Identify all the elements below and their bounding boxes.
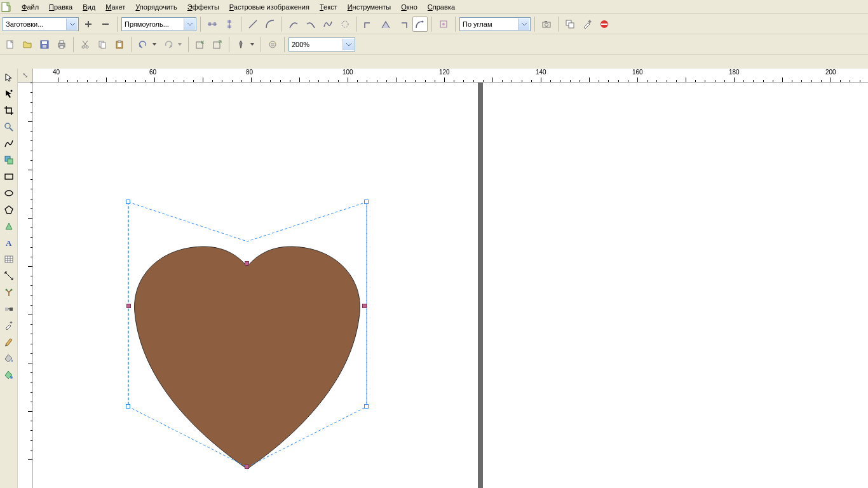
add-preset-button[interactable] bbox=[81, 17, 96, 32]
open-button[interactable] bbox=[20, 37, 35, 52]
svg-point-40 bbox=[5, 191, 13, 196]
interactive-fill-tool[interactable] bbox=[1, 367, 17, 383]
freehand-tool[interactable] bbox=[1, 136, 17, 151]
ellipse-tool[interactable] bbox=[1, 186, 17, 201]
selection-handle[interactable] bbox=[364, 200, 369, 204]
ellipse-segment-icon[interactable] bbox=[337, 17, 353, 32]
svg-rect-21 bbox=[60, 41, 64, 43]
svg-rect-39 bbox=[5, 174, 13, 179]
svg-rect-38 bbox=[8, 159, 13, 164]
corner-both-icon[interactable] bbox=[378, 17, 393, 32]
align-node-v-button[interactable] bbox=[222, 17, 237, 32]
new-doc-button[interactable] bbox=[3, 37, 18, 52]
selection-handle[interactable] bbox=[364, 404, 369, 409]
line-tool-icon[interactable] bbox=[245, 17, 261, 32]
paste-button[interactable] bbox=[112, 37, 127, 52]
copy-props-icon[interactable] bbox=[562, 17, 578, 32]
horizontal-ruler[interactable]: 406080100120140160180200220240260280 bbox=[33, 69, 868, 83]
vertical-ruler[interactable]: 100120140160180200220240 bbox=[18, 83, 33, 488]
dimension-tool[interactable] bbox=[1, 268, 17, 283]
undo-button[interactable] bbox=[135, 37, 151, 52]
svg-point-6 bbox=[422, 20, 424, 22]
save-button[interactable] bbox=[37, 37, 52, 52]
presets-combo[interactable]: Заготовки... bbox=[3, 17, 79, 31]
connector-tool[interactable] bbox=[1, 285, 17, 300]
svg-point-48 bbox=[10, 376, 13, 379]
copy-button[interactable] bbox=[95, 37, 110, 52]
camera-icon[interactable] bbox=[539, 17, 554, 32]
chevron-down-icon bbox=[342, 39, 354, 50]
corner-mode-combo[interactable]: По углам bbox=[459, 17, 531, 31]
heart-shape[interactable] bbox=[33, 83, 478, 488]
text-tool[interactable]: A bbox=[1, 235, 17, 250]
shape-type-combo[interactable]: Прямоуголь... bbox=[121, 17, 196, 31]
ruler-corner[interactable]: ⤡ bbox=[18, 69, 33, 83]
arc-left-icon[interactable] bbox=[286, 17, 301, 32]
app-icon bbox=[1, 2, 11, 12]
smart-fill-tool[interactable] bbox=[1, 152, 17, 168]
menu-effects[interactable]: Эффекты bbox=[182, 2, 224, 12]
pick-tool[interactable] bbox=[1, 70, 17, 85]
outline-tool[interactable] bbox=[1, 334, 17, 349]
workspace: A ⤡ 406080100120140160180200220240260280… bbox=[0, 69, 868, 488]
svg-text:A: A bbox=[6, 238, 12, 248]
fill-tool[interactable] bbox=[1, 351, 17, 366]
svg-rect-46 bbox=[10, 308, 13, 311]
redo-button[interactable] bbox=[161, 37, 176, 52]
svg-rect-45 bbox=[5, 308, 8, 311]
menu-window[interactable]: Окно bbox=[396, 2, 423, 12]
svg-rect-26 bbox=[101, 43, 105, 48]
welcome-screen-button[interactable] bbox=[265, 37, 280, 52]
menu-layout[interactable]: Макет bbox=[100, 2, 130, 12]
selection-handle[interactable] bbox=[126, 200, 130, 204]
zoom-combo[interactable]: 200% bbox=[288, 37, 355, 51]
selection-handle[interactable] bbox=[126, 404, 130, 409]
svg-point-24 bbox=[86, 46, 88, 48]
menu-edit[interactable]: Правка bbox=[44, 2, 78, 12]
table-tool[interactable] bbox=[1, 252, 17, 267]
redo-dropdown[interactable] bbox=[178, 43, 184, 46]
chevron-down-icon bbox=[518, 18, 529, 30]
curve-tool-icon[interactable] bbox=[262, 17, 278, 32]
undo-dropdown[interactable] bbox=[153, 43, 159, 46]
auto-close-icon[interactable] bbox=[436, 17, 451, 32]
menu-help[interactable]: Справка bbox=[423, 2, 460, 12]
eyedropper-icon[interactable] bbox=[580, 17, 595, 32]
prohibit-icon[interactable] bbox=[597, 17, 612, 32]
corner-curve-icon[interactable] bbox=[412, 17, 428, 32]
remove-preset-button[interactable] bbox=[98, 17, 113, 32]
menu-view[interactable]: Вид bbox=[78, 2, 100, 12]
corner-left-icon[interactable] bbox=[361, 17, 376, 32]
app-launcher-button[interactable] bbox=[233, 37, 248, 52]
ruler-area: ⤡ 406080100120140160180200220240260280 1… bbox=[18, 69, 868, 488]
shape-tool[interactable] bbox=[1, 86, 17, 102]
menu-file[interactable]: Файл bbox=[17, 2, 44, 12]
menu-tools[interactable]: Инструменты bbox=[342, 2, 397, 12]
arc-right-icon[interactable] bbox=[303, 17, 318, 32]
edit-node[interactable] bbox=[245, 261, 249, 266]
zoom-tool[interactable] bbox=[1, 119, 17, 135]
crop-tool[interactable] bbox=[1, 103, 17, 118]
corner-right-icon[interactable] bbox=[395, 17, 410, 32]
export-button[interactable] bbox=[210, 37, 225, 52]
launcher-dropdown[interactable] bbox=[250, 43, 257, 46]
import-button[interactable] bbox=[193, 37, 208, 52]
arc-both-icon[interactable] bbox=[320, 17, 336, 32]
edit-node[interactable] bbox=[126, 304, 131, 308]
menu-bitmaps[interactable]: Растровые изображения bbox=[224, 2, 315, 12]
menu-arrange[interactable]: Упорядочить bbox=[130, 2, 182, 12]
align-node-h-button[interactable] bbox=[205, 17, 220, 32]
cut-button[interactable] bbox=[78, 37, 93, 52]
menu-text[interactable]: Текст bbox=[315, 2, 342, 12]
canvas[interactable] bbox=[33, 83, 868, 488]
print-button[interactable] bbox=[54, 37, 69, 52]
rectangle-tool[interactable] bbox=[1, 169, 17, 184]
edit-node[interactable] bbox=[362, 304, 367, 308]
edit-node[interactable] bbox=[245, 464, 249, 469]
svg-point-9 bbox=[545, 23, 548, 26]
polygon-tool[interactable] bbox=[1, 202, 17, 217]
svg-point-23 bbox=[82, 46, 85, 48]
eyedropper-tool[interactable] bbox=[1, 318, 17, 333]
interactive-tool[interactable] bbox=[1, 301, 17, 316]
basic-shapes-tool[interactable] bbox=[1, 219, 17, 234]
